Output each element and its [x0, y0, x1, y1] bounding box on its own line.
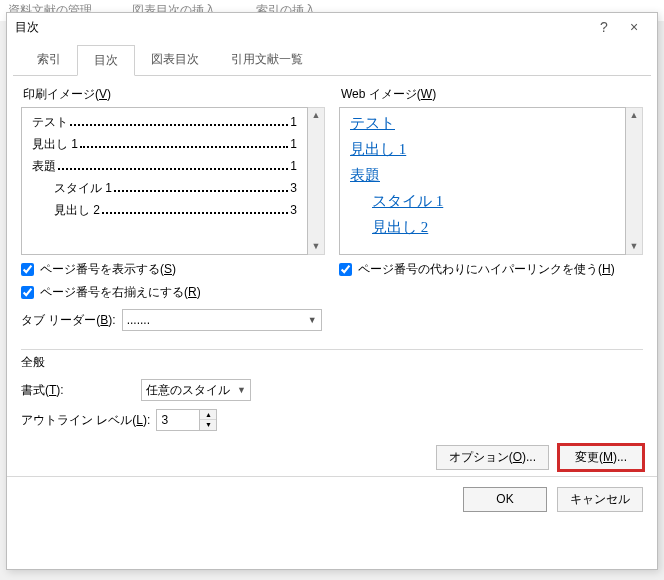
dialog-title: 目次	[15, 19, 589, 22]
toc-dialog: 目次 ? × 索引 目次 図表目次 引用文献一覧 印刷イメージ(V) テスト1見…	[6, 12, 658, 21]
close-icon[interactable]: ×	[619, 19, 649, 21]
help-icon[interactable]: ?	[589, 19, 619, 21]
titlebar: 目次 ? ×	[7, 13, 657, 21]
